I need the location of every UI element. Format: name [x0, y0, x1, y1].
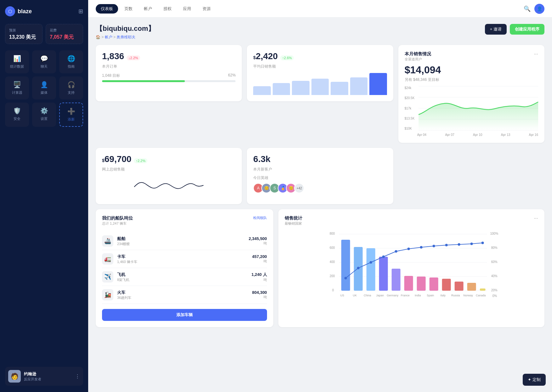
breadcrumb-account[interactable]: 帐户: [105, 35, 112, 39]
avg-sales-card: $ 2,420 ↑2.6% 平均日销售额: [247, 45, 393, 101]
nav-item-support[interactable]: 🎧 支持: [59, 76, 83, 99]
tab-account[interactable]: 帐户: [139, 4, 157, 14]
nav-item-security[interactable]: 🛡️ 安全: [5, 103, 29, 127]
nav-item-add[interactable]: ➕ 添新: [59, 103, 83, 127]
svg-point-39: [420, 246, 422, 249]
user-role: 反应开发者: [24, 377, 41, 382]
x-label-2: Apr 07: [445, 133, 454, 137]
plane-amount: 1,240 人: [251, 272, 267, 277]
total-sales-card: $ 69,700 ↑2.2% 网上总销售额: [96, 148, 242, 204]
ship-value: 2,345,500 吨: [249, 236, 267, 246]
fleet-item-truck: 🚛 卡车 1,460 辆卡车 457,200 吨: [102, 250, 267, 268]
nav-item-stats[interactable]: 📊 统计数据: [5, 50, 29, 73]
calc-label: 计算器: [12, 90, 22, 95]
orders-header: 1,836 ↓2.2%: [102, 51, 236, 61]
chat-label: 聊天: [41, 64, 48, 69]
bar-3: [292, 81, 309, 95]
fleet-title: 我们的船队吨位: [102, 216, 133, 221]
sales-more-icon[interactable]: ···: [534, 51, 538, 57]
line-chart-x-labels: Apr 04 Apr 07 Apr 10 Apr 13 Apr 16: [417, 133, 538, 137]
fleet-item-ship: 🚢 船舶 234艘艘 2,345,500 吨: [102, 232, 267, 250]
svg-point-34: [357, 267, 359, 269]
stats-label: 统计数据: [10, 64, 24, 69]
bar-4: [311, 79, 329, 95]
search-icon[interactable]: 🔍: [524, 5, 531, 12]
nav-item-settings[interactable]: ⚙️ 设置: [32, 103, 56, 127]
add-icon: ➕: [67, 108, 75, 115]
svg-text:80%: 80%: [491, 246, 497, 249]
svg-rect-21: [341, 240, 350, 291]
tab-dashboard[interactable]: 仪表板: [96, 4, 118, 14]
stats-row-2: $ 69,700 ↑2.2% 网上总销售额 6.3k 本月新客户: [96, 148, 544, 204]
create-app-button[interactable]: 创建应用程序: [510, 24, 544, 35]
svg-text:0: 0: [332, 288, 334, 292]
invite-button[interactable]: + 邀请: [485, 24, 507, 35]
svg-text:20%: 20%: [491, 288, 497, 292]
customers-header: 6.3k: [253, 154, 387, 164]
mini-bar-chart: [253, 73, 387, 95]
logo-icon: ⬡: [5, 6, 15, 16]
svg-point-42: [458, 243, 460, 246]
budget-cards: 预算 13,230 美元 花费 7,057 美元: [5, 24, 83, 44]
progress-meta: 1,048 目标 62%: [102, 73, 236, 78]
nav-item-chat[interactable]: 💬 聊天: [32, 50, 56, 73]
tab-auth[interactable]: 授权: [158, 4, 177, 14]
sidebar-user: 🧑 约翰逊 反应开发者 ⋮: [5, 367, 83, 386]
customers-value: 6.3k: [253, 154, 270, 164]
sidebar-logo: ⬡ blaze ⊞: [5, 6, 83, 16]
svg-text:400: 400: [329, 260, 335, 264]
tab-resources[interactable]: 资源: [197, 4, 216, 14]
breadcrumb-current: 奥弗维耶夫: [117, 35, 135, 39]
stats-icon: 📊: [13, 55, 21, 62]
y-label-1: $24k: [405, 86, 415, 90]
tab-pages[interactable]: 页数: [119, 4, 138, 14]
x-label-5: Apr 16: [529, 133, 538, 137]
svg-text:200: 200: [329, 274, 335, 278]
plane-sub: 8架飞机: [117, 277, 129, 282]
svg-rect-32: [480, 288, 485, 291]
svg-rect-26: [404, 276, 413, 291]
avg-sales-prefix: $: [253, 55, 256, 60]
customize-button[interactable]: ✦ 定制: [523, 374, 546, 386]
monthly-sales-target: 另有 $48,346 至目标: [405, 77, 538, 82]
nav-item-media[interactable]: 👤 媒体: [32, 76, 56, 99]
y-label-4: $13.5K: [405, 117, 415, 120]
security-label: 安全: [14, 116, 20, 121]
bar-5: [331, 82, 348, 95]
avg-sales-value: 2,420: [256, 51, 278, 61]
plane-name: 飞机: [117, 272, 129, 277]
fleet-link[interactable]: 检阅舰队: [253, 216, 267, 220]
media-label: 媒体: [41, 90, 48, 95]
tab-apps[interactable]: 应用: [178, 4, 196, 14]
hero-avatars: A 😊 S 🏅 😊 +42: [253, 183, 387, 193]
svg-text:Spain: Spain: [427, 294, 434, 297]
truck-name: 卡车: [117, 254, 137, 260]
page-title: 【biqubiqu.com】: [96, 24, 155, 33]
train-sub: 36趟列车: [117, 295, 131, 300]
sidebar-settings-icon[interactable]: ⊞: [78, 8, 83, 15]
truck-amount: 457,200: [252, 254, 267, 259]
orders-badge: ↓2.2%: [127, 55, 140, 60]
nav-item-calc[interactable]: 🖥️ 计算器: [5, 76, 29, 99]
breadcrumb-home[interactable]: 🏠: [96, 35, 100, 39]
topnav-avatar[interactable]: 👤: [534, 4, 544, 14]
security-icon: 🛡️: [13, 107, 21, 115]
add-vehicle-button[interactable]: 添加车辆: [102, 309, 267, 321]
line-chart-svg: [418, 86, 538, 130]
nav-item-guide[interactable]: 🌐 指南: [59, 50, 83, 73]
add-label: 添新: [68, 117, 75, 122]
x-label-3: Apr 10: [473, 133, 482, 137]
train-name: 火车: [117, 290, 131, 295]
train-info: 火车 36趟列车: [117, 290, 131, 300]
svg-text:Russia: Russia: [451, 294, 460, 297]
y-label-2: $20.5K: [405, 96, 415, 100]
user-more-icon[interactable]: ⋮: [75, 373, 80, 379]
svg-text:India: India: [415, 294, 421, 297]
total-sales-prefix: $: [102, 158, 105, 163]
svg-text:UK: UK: [353, 294, 357, 297]
truck-info: 卡车 1,460 辆卡车: [117, 254, 137, 264]
stats-row: 1,836 ↓2.2% 本月订单 1,048 目标 62% $: [96, 45, 544, 143]
sales-stats-more-icon[interactable]: ···: [534, 216, 538, 221]
hero-av-more: +42: [294, 183, 304, 193]
svg-rect-24: [379, 257, 388, 291]
